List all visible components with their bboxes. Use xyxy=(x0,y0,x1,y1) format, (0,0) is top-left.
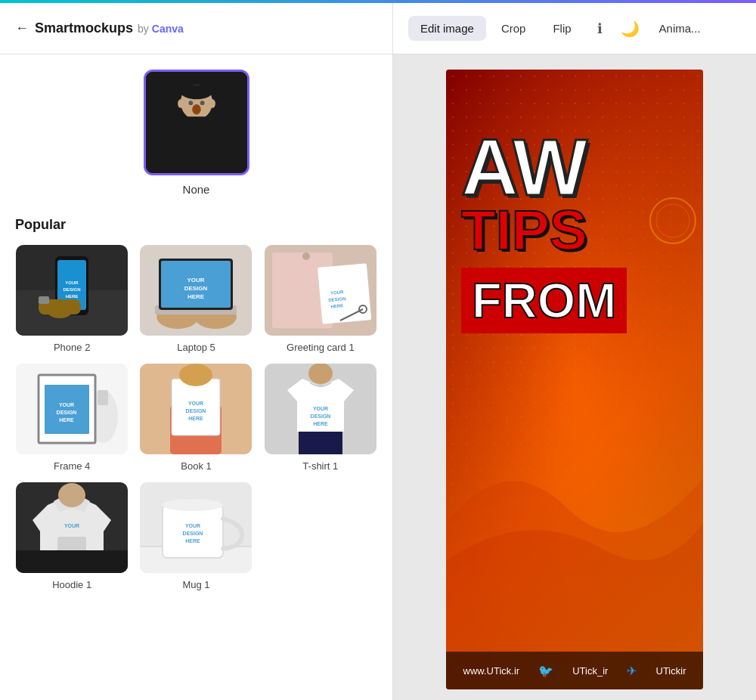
animate-button[interactable]: Anima... xyxy=(647,16,713,41)
mockup-item-hoodie1[interactable]: YOUR Hoodie 1 xyxy=(15,482,129,590)
mockup-thumb-tshirt1: YOUR DESIGN HERE xyxy=(265,364,376,454)
svg-text:HERE: HERE xyxy=(189,416,204,421)
svg-rect-15 xyxy=(39,296,49,304)
mockup-item-laptop5[interactable]: YOUR DESIGN HERE Laptop 5 xyxy=(139,245,253,353)
selected-item: None xyxy=(15,70,377,196)
mockup-thumb-frame4: YOUR DESIGN HERE xyxy=(16,364,128,454)
mockup-label-laptop5: Laptop 5 xyxy=(177,342,215,353)
twitter-icon: 🐦 xyxy=(538,664,553,678)
svg-point-4 xyxy=(200,101,204,105)
mockup-item-book1[interactable]: YOUR DESIGN HERE Book 1 xyxy=(139,364,253,472)
svg-point-72 xyxy=(163,499,223,511)
svg-point-32 xyxy=(302,252,310,260)
svg-point-7 xyxy=(209,99,215,107)
svg-text:YOUR: YOUR xyxy=(313,406,328,411)
from-block: FROM xyxy=(461,268,627,333)
mockup-thumb-laptop5: YOUR DESIGN HERE xyxy=(140,245,252,336)
topbar-right: Edit image Crop Flip ℹ 🌙 Anima... xyxy=(393,3,756,54)
animate-mode-button[interactable]: 🌙 xyxy=(617,15,644,42)
svg-text:DESIGN: DESIGN xyxy=(57,410,77,415)
mockup-thumb-mug1: YOUR DESIGN HERE xyxy=(140,482,252,573)
tips-text: TIPS xyxy=(461,202,688,259)
svg-point-54 xyxy=(179,364,212,386)
back-button[interactable]: ← xyxy=(15,20,29,36)
left-panel: None Popular xyxy=(0,54,393,700)
app-title: Smartmockups xyxy=(35,20,133,36)
main-content: None Popular xyxy=(0,54,756,700)
bottom-telegram: UTickir xyxy=(656,665,686,677)
svg-rect-63 xyxy=(57,537,86,552)
mockup-label-book1: Book 1 xyxy=(181,460,211,472)
from-text: FROM xyxy=(472,273,616,328)
popular-heading: Popular xyxy=(15,217,377,233)
svg-text:HERE: HERE xyxy=(66,294,79,299)
svg-text:DESIGN: DESIGN xyxy=(310,413,330,419)
right-panel: AW TIPS FROM www.UTick.ir 🐦 UTick_ir ✈ U… xyxy=(393,54,756,700)
svg-point-8 xyxy=(180,85,212,99)
mockup-item-frame4[interactable]: YOUR DESIGN HERE Frame 4 xyxy=(15,364,129,472)
svg-text:HERE: HERE xyxy=(187,293,205,300)
svg-text:HERE: HERE xyxy=(186,538,201,544)
svg-text:DESIGN: DESIGN xyxy=(184,285,208,292)
mockup-label-mug1: Mug 1 xyxy=(182,579,209,590)
flip-button[interactable]: Flip xyxy=(541,16,583,41)
svg-rect-66 xyxy=(16,550,128,573)
svg-rect-49 xyxy=(172,379,220,435)
telegram-icon: ✈ xyxy=(627,664,637,678)
selected-thumbnail[interactable] xyxy=(144,70,249,175)
svg-text:YOUR: YOUR xyxy=(59,402,74,407)
mockup-label-frame4: Frame 4 xyxy=(54,460,90,472)
svg-rect-2 xyxy=(175,116,218,153)
svg-text:DESIGN: DESIGN xyxy=(183,531,203,536)
mockup-thumb-hoodie1: YOUR xyxy=(16,482,128,573)
mockup-item-phone2[interactable]: YOUR DESIGN HERE Phone 2 xyxy=(15,245,129,353)
svg-rect-24 xyxy=(161,261,231,308)
mockup-thumb-greetingcard1: YOUR DESIGN HERE xyxy=(265,245,376,336)
mockup-item-mug1[interactable]: YOUR DESIGN HERE Mug 1 xyxy=(139,482,253,590)
svg-text:HERE: HERE xyxy=(313,421,328,426)
crop-button[interactable]: Crop xyxy=(489,16,538,41)
canva-link[interactable]: Canva xyxy=(152,23,184,35)
canvas-text-block: AW TIPS FROM xyxy=(446,115,703,348)
canvas-area[interactable]: AW TIPS FROM www.UTick.ir 🐦 UTick_ir ✈ U… xyxy=(393,54,756,700)
mockup-grid: YOUR DESIGN HERE Phone 2 xyxy=(15,245,377,590)
edit-image-button[interactable]: Edit image xyxy=(408,16,486,41)
svg-point-60 xyxy=(308,364,333,384)
mockup-label-hoodie1: Hoodie 1 xyxy=(52,579,91,590)
bottom-twitter: UTick_ir xyxy=(572,665,608,677)
selected-label: None xyxy=(183,183,210,196)
mockup-item-tshirt1[interactable]: YOUR DESIGN HERE T-shirt 1 xyxy=(264,364,377,472)
info-button[interactable]: ℹ xyxy=(587,15,614,42)
mockup-label-greetingcard1: Greeting card 1 xyxy=(287,342,355,353)
svg-text:DESIGN: DESIGN xyxy=(64,287,81,292)
canvas-bottom: www.UTick.ir 🐦 UTick_ir ✈ UTickir xyxy=(446,652,703,689)
topbar-left: ← Smartmockups by Canva xyxy=(0,3,393,54)
svg-text:YOUR: YOUR xyxy=(185,523,200,528)
svg-point-65 xyxy=(58,483,85,507)
svg-rect-40 xyxy=(98,390,108,405)
mockup-item-greetingcard1[interactable]: YOUR DESIGN HERE Greeting card 1 xyxy=(264,245,377,353)
mockup-thumb-phone2: YOUR DESIGN HERE xyxy=(16,245,128,336)
mockup-label-tshirt1: T-shirt 1 xyxy=(302,460,338,472)
svg-text:YOUR: YOUR xyxy=(65,280,79,285)
svg-text:YOUR: YOUR xyxy=(188,401,203,406)
mockup-label-phone2: Phone 2 xyxy=(54,342,90,353)
by-text: by xyxy=(138,23,149,35)
mockup-thumb-book1: YOUR DESIGN HERE xyxy=(140,364,252,454)
aw-text: AW xyxy=(461,130,688,206)
bottom-website: www.UTick.ir xyxy=(463,665,520,677)
svg-point-5 xyxy=(192,104,200,114)
svg-text:DESIGN: DESIGN xyxy=(186,408,206,413)
svg-point-3 xyxy=(188,101,193,105)
topbar: ← Smartmockups by Canva Edit image Crop … xyxy=(0,3,756,54)
svg-text:HERE: HERE xyxy=(59,417,74,423)
svg-text:YOUR: YOUR xyxy=(187,277,205,283)
svg-point-6 xyxy=(178,99,184,107)
canvas-image: AW TIPS FROM www.UTick.ir 🐦 UTick_ir ✈ U… xyxy=(446,70,703,689)
svg-text:YOUR: YOUR xyxy=(64,523,79,528)
